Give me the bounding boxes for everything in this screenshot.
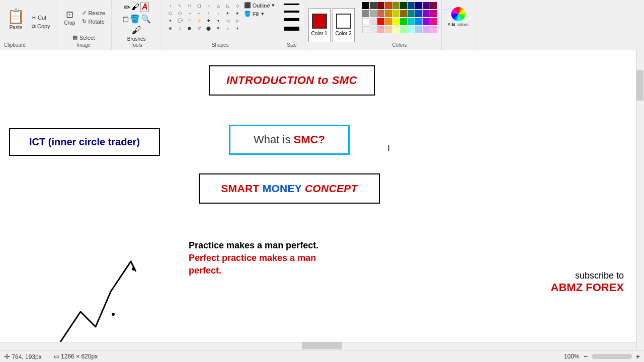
color-purple[interactable] [430, 2, 437, 9]
color1-button[interactable]: Color 1 [308, 8, 331, 42]
color-gold[interactable] [400, 10, 407, 17]
hexagon-shape[interactable]: ⬡ [176, 10, 185, 17]
stroke-line-1[interactable] [284, 4, 299, 5]
rect-shape[interactable]: □ [185, 2, 194, 9]
fill-button[interactable]: 🪣 Fill ▾ [244, 11, 275, 17]
color-lightcyan[interactable] [408, 26, 415, 33]
outline-button[interactable]: ⬛ Outline ▾ [244, 2, 275, 9]
color-darkgray[interactable] [370, 2, 377, 9]
horizontal-scrollbar[interactable] [0, 342, 636, 350]
fill-icon[interactable]: 🪣 [130, 14, 140, 24]
color-yellow2[interactable] [392, 10, 399, 17]
color-orange2[interactable] [385, 18, 392, 25]
zoom-in-button[interactable]: + [636, 352, 640, 360]
vscroll-thumb[interactable] [636, 70, 643, 101]
paste-button[interactable]: 📋 Paste [4, 2, 28, 36]
color-indigo[interactable] [423, 2, 430, 9]
color-brown[interactable] [377, 10, 384, 17]
color-darkgreen[interactable] [400, 2, 407, 9]
cross-shape[interactable]: ✚ [204, 17, 213, 24]
color-lightgray[interactable] [370, 18, 377, 25]
lightning-shape[interactable]: ⚡ [195, 17, 204, 24]
color-lightred[interactable] [377, 26, 384, 33]
color-magenta2[interactable] [430, 10, 437, 17]
text-icon[interactable]: A [140, 2, 149, 12]
color-red[interactable] [377, 18, 384, 25]
shapes-more[interactable]: ▾ [233, 25, 242, 32]
color-olive[interactable] [392, 2, 399, 9]
diamond-shape[interactable]: ◇ [233, 2, 242, 9]
color-green[interactable] [400, 18, 407, 25]
curve-shape[interactable]: ∿ [176, 2, 185, 9]
shape24[interactable]: ▷ [233, 17, 242, 24]
color-darkorange[interactable] [385, 2, 392, 9]
triangle-shape[interactable]: △ [214, 2, 223, 9]
arrow-right-shape[interactable]: → [185, 10, 194, 17]
edit-colors-button[interactable]: Edit colors [446, 2, 471, 32]
color-teal[interactable] [408, 2, 415, 9]
zoom-out-button[interactable]: − [584, 352, 588, 360]
pentagon-shape[interactable]: ⬠ [166, 10, 175, 17]
shape31[interactable]: ⬦ [223, 25, 232, 32]
star5-shape[interactable]: ★ [233, 10, 242, 17]
arrow-down-shape[interactable]: ↓ [214, 10, 223, 17]
rotate-button[interactable]: ↻ Rotate [80, 18, 107, 25]
select-button[interactable]: ▦ Select [70, 34, 97, 41]
color-black[interactable] [362, 2, 369, 9]
color-blue2[interactable] [415, 10, 422, 17]
shape30[interactable]: ▼ [214, 25, 223, 32]
color-lightpink[interactable] [430, 26, 437, 33]
shape29[interactable]: ⬤ [204, 25, 213, 32]
color-darkblue[interactable] [415, 2, 422, 9]
color-lightblue[interactable] [415, 26, 422, 33]
zoom-slider[interactable] [592, 354, 632, 359]
color-silver[interactable] [370, 10, 377, 17]
color-violet[interactable] [423, 10, 430, 17]
hscroll-thumb[interactable] [302, 342, 342, 349]
color2-button[interactable]: Color 2 [333, 8, 355, 42]
color-purple2[interactable] [423, 18, 430, 25]
color-nearwhite[interactable] [370, 26, 377, 33]
color-offwhite[interactable] [362, 26, 369, 33]
copy-button[interactable]: ⧉ Copy [30, 23, 52, 30]
eraser-icon[interactable]: ◻ [122, 14, 129, 24]
color-pink[interactable] [430, 18, 437, 25]
shape26[interactable]: ☆ [176, 25, 185, 32]
color-cyan[interactable] [408, 18, 415, 25]
brushes-button[interactable]: 🖌 Brushes [124, 24, 149, 43]
shape25[interactable]: ⊕ [166, 25, 175, 32]
magnify-icon[interactable]: 🔍 [141, 14, 151, 24]
stroke-line-2[interactable] [284, 11, 299, 13]
shape27[interactable]: ⬟ [185, 25, 194, 32]
shape23[interactable]: ◁ [223, 17, 232, 24]
stroke-line-4[interactable] [284, 27, 299, 31]
arrow-up-shape[interactable]: ↑ [204, 10, 213, 17]
cut-button[interactable]: ✂ Cut [30, 14, 52, 22]
line-shape[interactable]: / [166, 2, 175, 9]
arrow-left-shape[interactable]: ← [195, 10, 204, 17]
heart-shape[interactable]: ♡ [185, 17, 194, 24]
rtriangle-shape[interactable]: ◺ [223, 2, 232, 9]
ellipse-shape[interactable]: ○ [204, 2, 213, 9]
round-rect-shape[interactable]: ▢ [195, 2, 204, 9]
paintbrush-icon[interactable]: 🖌 [131, 3, 139, 12]
color-lavender[interactable] [423, 26, 430, 33]
star4-shape[interactable]: ✦ [223, 10, 232, 17]
pencil-icon[interactable]: ✏ [124, 3, 130, 12]
resize-button[interactable]: ⤢ Resize [80, 9, 107, 17]
crop-button[interactable]: ⊡ Crop [60, 2, 78, 32]
color-lightgreen[interactable] [400, 26, 407, 33]
color-blue[interactable] [415, 18, 422, 25]
canvas-area[interactable]: INTRODUCTION to SMC ICT (inner circle tr… [0, 50, 644, 350]
vertical-scrollbar[interactable] [636, 50, 644, 350]
color-cyan2[interactable] [408, 10, 415, 17]
color-peach[interactable] [385, 26, 392, 33]
star6-shape[interactable]: ✶ [166, 17, 175, 24]
color-lightyellow[interactable] [392, 26, 399, 33]
color-orange[interactable] [385, 10, 392, 17]
stroke-line-3[interactable] [284, 18, 299, 21]
shape28[interactable]: ▽ [195, 25, 204, 32]
more-shapes[interactable]: ▾ [214, 17, 223, 24]
color-yellow[interactable] [392, 18, 399, 25]
color-white[interactable] [362, 18, 369, 25]
